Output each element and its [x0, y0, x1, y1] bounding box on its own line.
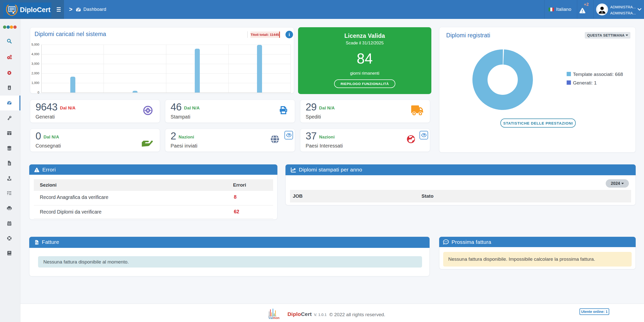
svg-text:Valmon: Valmon — [268, 316, 279, 319]
